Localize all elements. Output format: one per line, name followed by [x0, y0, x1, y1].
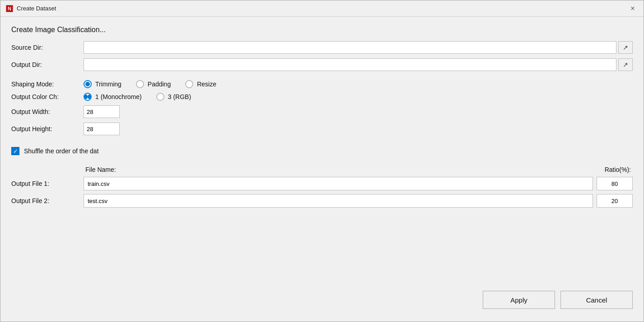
output-height-label: Output Height: — [11, 125, 84, 133]
files-header-ratio-label: Ratio(%): — [588, 166, 633, 173]
output-dir-row: Output Dir: ↗ — [11, 58, 633, 71]
output-dir-input[interactable] — [84, 58, 616, 71]
title-bar: N Create Dataset × — [0, 0, 644, 17]
shaping-padding-circle — [136, 80, 144, 88]
cancel-button[interactable]: Cancel — [560, 291, 633, 309]
color-rgb-circle — [156, 93, 164, 101]
output-file-1-ratio-input[interactable] — [597, 177, 633, 190]
shaping-resize-radio[interactable]: Resize — [185, 80, 216, 88]
shaping-mode-label: Shaping Mode: — [11, 80, 84, 88]
source-dir-label: Source Dir: — [11, 44, 84, 51]
section-title: Create Image Classification... — [11, 26, 633, 34]
shaping-trimming-radio[interactable]: Trimming — [84, 80, 121, 88]
color-mono-label: 1 (Monochrome) — [95, 93, 142, 100]
output-file-2-label: Output File 2: — [11, 197, 84, 204]
output-file-2-ratio-input[interactable] — [597, 194, 633, 208]
source-dir-input[interactable] — [84, 41, 616, 54]
shaping-mode-radio-group: Trimming Padding Resize — [84, 80, 216, 88]
output-width-row: Output Width: — [11, 105, 633, 118]
shuffle-checkbox[interactable]: ✓ — [11, 147, 19, 155]
output-color-radio-group: 1 (Monochrome) 3 (RGB) — [84, 93, 191, 101]
shaping-padding-radio[interactable]: Padding — [136, 80, 171, 88]
shaping-resize-label: Resize — [197, 80, 216, 88]
dialog-content: Create Image Classification... Source Di… — [0, 17, 644, 322]
button-row: Apply Cancel — [11, 284, 633, 313]
shaping-trimming-label: Trimming — [95, 80, 121, 88]
shaping-resize-circle — [185, 80, 193, 88]
output-file-2-name-input[interactable] — [84, 194, 593, 208]
close-button[interactable]: × — [627, 3, 638, 14]
files-header: File Name: Ratio(%): — [11, 166, 633, 173]
output-width-input[interactable] — [84, 105, 120, 118]
output-file-1-name-input[interactable] — [84, 177, 593, 190]
output-height-input[interactable] — [84, 123, 120, 135]
app-icon: N — [6, 5, 13, 12]
output-color-label: Output Color Ch: — [11, 93, 84, 100]
output-dir-wrapper: ↗ — [84, 58, 633, 71]
output-dir-label: Output Dir: — [11, 61, 84, 68]
shuffle-row: ✓ Shuffle the order of the dat — [11, 147, 633, 155]
output-dir-browse-button[interactable]: ↗ — [618, 58, 633, 71]
source-dir-row: Source Dir: ↗ — [11, 41, 633, 54]
color-rgb-radio[interactable]: 3 (RGB) — [156, 93, 191, 101]
window-title: Create Dataset — [17, 5, 56, 12]
color-rgb-label: 3 (RGB) — [168, 93, 191, 100]
source-dir-browse-button[interactable]: ↗ — [618, 41, 633, 54]
output-file-1-label: Output File 1: — [11, 180, 84, 187]
apply-button[interactable]: Apply — [483, 291, 555, 309]
shaping-mode-row: Shaping Mode: Trimming Padding Resize — [11, 80, 633, 88]
checkbox-check-icon: ✓ — [13, 148, 18, 154]
shaping-padding-label: Padding — [148, 80, 171, 88]
output-file-1-row: Output File 1: — [11, 177, 633, 190]
source-dir-wrapper: ↗ — [84, 41, 633, 54]
output-width-label: Output Width: — [11, 108, 84, 115]
title-bar-left: N Create Dataset — [6, 5, 56, 12]
files-header-name-label: File Name: — [84, 166, 588, 173]
color-mono-circle — [84, 93, 92, 101]
output-file-2-row: Output File 2: — [11, 194, 633, 208]
files-section: File Name: Ratio(%): Output File 1: Outp… — [11, 166, 633, 284]
color-mono-radio[interactable]: 1 (Monochrome) — [84, 93, 142, 101]
main-window: N Create Dataset × Create Image Classifi… — [0, 0, 644, 322]
shaping-trimming-circle — [84, 80, 92, 88]
output-height-row: Output Height: — [11, 123, 633, 135]
shuffle-label: Shuffle the order of the dat — [24, 147, 99, 155]
output-color-row: Output Color Ch: 1 (Monochrome) 3 (RGB) — [11, 93, 633, 101]
